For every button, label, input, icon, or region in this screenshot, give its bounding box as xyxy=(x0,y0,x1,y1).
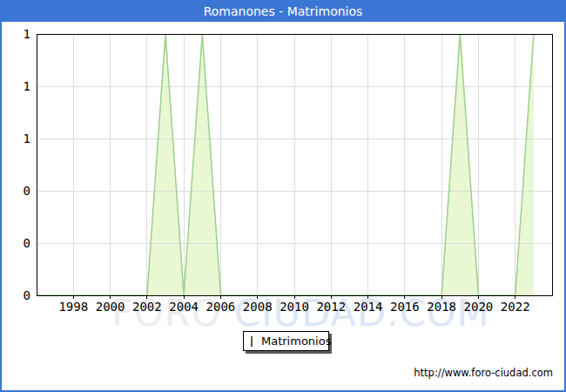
x-axis: 1998200020022004200620082010201220142016… xyxy=(58,295,529,314)
footer-url: http://www.foro-ciudad.com xyxy=(414,367,553,379)
x-tick-label: 2006 xyxy=(206,300,236,314)
y-tick-label: 1 xyxy=(24,27,30,41)
x-tick-label: 2004 xyxy=(169,300,199,314)
x-tick-label: 2012 xyxy=(316,300,346,314)
legend: Matrimonios xyxy=(243,331,329,351)
y-tick-label: 1 xyxy=(24,132,30,145)
x-tick-label: 2010 xyxy=(280,300,309,314)
page-title: Romanones - Matrimonios xyxy=(2,2,564,22)
x-tick-label: 1998 xyxy=(58,300,88,314)
x-tick-label: 2018 xyxy=(427,300,456,314)
x-tick-label: 2020 xyxy=(464,300,494,314)
x-tick-label: 2016 xyxy=(390,300,420,314)
y-tick-label: 0 xyxy=(24,236,30,250)
y-tick-label: 0 xyxy=(24,288,30,302)
chart-window: Romanones - Matrimonios FORO CIUDAD.COM … xyxy=(0,0,566,392)
y-tick-label: 0 xyxy=(24,184,30,198)
x-tick-label: 2014 xyxy=(354,300,383,314)
x-tick-label: 2002 xyxy=(132,300,162,314)
area-fill xyxy=(37,34,534,295)
x-tick-label: 2000 xyxy=(96,300,125,314)
legend-label: Matrimonios xyxy=(261,335,331,348)
x-tick-label: 2008 xyxy=(243,300,273,314)
y-tick-label: 1 xyxy=(24,79,30,93)
legend-swatch-icon xyxy=(251,336,253,347)
x-tick-label: 2022 xyxy=(501,300,530,314)
y-axis: 000111 xyxy=(24,27,30,302)
